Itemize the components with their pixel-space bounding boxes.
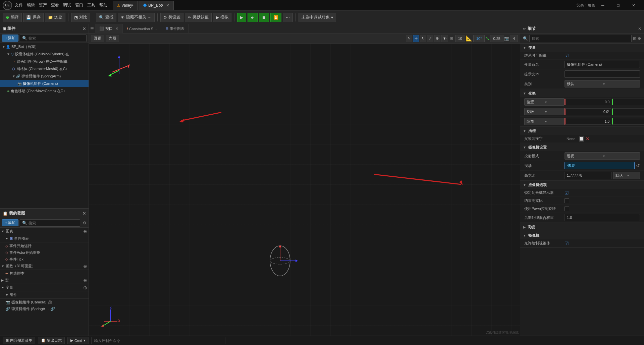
- menu-view[interactable]: 查看: [51, 2, 59, 8]
- transform-section-header[interactable]: ▼ 变换: [520, 89, 644, 97]
- play-button[interactable]: ▶: [237, 13, 246, 22]
- find-button[interactable]: 🔍 查找: [96, 13, 116, 22]
- scale-x-input[interactable]: [565, 118, 611, 125]
- compile-button[interactable]: ⚙ 编译: [3, 13, 22, 22]
- angle-size[interactable]: 10°: [473, 35, 485, 42]
- add-section-icon[interactable]: ⊕: [83, 278, 87, 283]
- my-blueprint-close[interactable]: ✕: [83, 211, 86, 216]
- bp-item-tick[interactable]: ◇ 事件Tick: [0, 256, 89, 263]
- section-components-sub[interactable]: ▼ 组件: [0, 291, 89, 299]
- play-next-button[interactable]: ⏭: [248, 13, 258, 22]
- pos-y-input[interactable]: [612, 99, 644, 105]
- output-log-button[interactable]: 📋 输出日志: [38, 337, 65, 344]
- maximize-button[interactable]: □: [610, 0, 626, 11]
- section-functions[interactable]: ▼ 函数（31可覆盖） ⊕: [0, 263, 89, 270]
- variables-section-header[interactable]: ▼ 变量: [520, 44, 644, 52]
- rot-y-input[interactable]: [612, 108, 644, 115]
- tooltip-input[interactable]: [565, 70, 640, 78]
- menu-debug[interactable]: 调试: [63, 2, 71, 8]
- class-defaults-button[interactable]: ✏ 类默认值: [185, 13, 212, 22]
- tree-item-bp-bot[interactable]: ▼ 👤 BP_Bot（自我）: [0, 43, 89, 50]
- menu-window[interactable]: 窗口: [75, 2, 83, 8]
- menu-assets[interactable]: 资产: [39, 2, 47, 8]
- slot-pick-icon[interactable]: 🔲: [579, 136, 584, 141]
- details-search-input[interactable]: [529, 35, 632, 42]
- tree-item-mesh[interactable]: ⬡ 网格体 (CharacterMesh0) 在C+: [0, 65, 89, 72]
- section-diagrams[interactable]: ▼ 图表 ⊕: [0, 228, 89, 235]
- add-component-button[interactable]: + 添加: [2, 35, 18, 42]
- settings-icon[interactable]: ⚙: [83, 221, 87, 225]
- move-tool[interactable]: ✛: [413, 35, 419, 42]
- rotation-dropdown[interactable]: 旋转 ▾: [524, 108, 565, 115]
- slot-clear-icon[interactable]: ✕: [586, 136, 590, 141]
- aspect-ratio-input[interactable]: [565, 172, 612, 179]
- add-section-icon[interactable]: ⊕: [83, 264, 87, 269]
- tab-event-graph[interactable]: ⊞ 事件图表: [161, 24, 189, 34]
- simulate-button[interactable]: ▶ 模拟: [213, 13, 231, 22]
- tab-bp-bot[interactable]: 🔷 BP_Bot• ✕: [139, 1, 174, 10]
- add-section-icon[interactable]: ⊕: [83, 229, 87, 234]
- stop-button[interactable]: ⏹: [259, 13, 269, 22]
- bp-item-camera-var[interactable]: 📷 摄像机组件 (Camera) 🎥: [0, 299, 89, 305]
- tab-valley[interactable]: ⚠ Valley•: [113, 1, 138, 10]
- diff-button[interactable]: ⬔ 对比: [71, 13, 90, 22]
- tree-item-capsule[interactable]: ▼ ⬡ 胶囊体组件 (CollisionCylinder) 在: [0, 50, 89, 58]
- pp-weight-input[interactable]: [565, 214, 640, 221]
- section-variables[interactable]: ▼ 变量 ⊕: [0, 284, 89, 291]
- section-event-graph[interactable]: ▼ ⊞ 事件图表: [0, 235, 89, 242]
- camera-section-header[interactable]: ▼ 摄像机: [520, 231, 644, 239]
- lit-button[interactable]: 光照: [106, 35, 119, 42]
- bp-item-begin-play[interactable]: ◇ 事件开始运行: [0, 242, 89, 249]
- debug-selector-button[interactable]: 未选中调试对象 ▾: [299, 13, 336, 22]
- component-search-input[interactable]: [29, 36, 84, 40]
- tab-viewport-close[interactable]: ✕: [115, 26, 118, 31]
- sockets-section-header[interactable]: ▼ 插槽: [520, 127, 644, 135]
- component-search-box[interactable]: 🔍: [20, 35, 87, 42]
- varname-input[interactable]: [565, 61, 640, 68]
- scale-y-input[interactable]: [612, 118, 644, 125]
- cam-size[interactable]: 4: [510, 35, 518, 42]
- content-browser-button[interactable]: ⊞ 内容侧滑菜单: [3, 337, 35, 344]
- multi-tool[interactable]: ⊕: [434, 35, 440, 42]
- tab-construction[interactable]: f Construction S…: [123, 24, 161, 34]
- tree-item-camera[interactable]: 📷 摄像机组件 (Camera): [0, 80, 89, 87]
- bp-item-begin-overlap[interactable]: ◇ 事件Actor开始重叠: [0, 249, 89, 256]
- viewport-area[interactable]: Z X -X ⊕: [89, 44, 520, 336]
- menu-file[interactable]: 文件: [15, 2, 23, 8]
- aspect-mode-dropdown[interactable]: 默认 ▾: [613, 172, 640, 179]
- scale-dropdown[interactable]: 缩放 ▾: [524, 118, 565, 125]
- position-dropdown[interactable]: 位置 ▾: [524, 98, 565, 106]
- settings-icon[interactable]: ⚙: [638, 36, 641, 41]
- camera-speed[interactable]: 👁: [441, 35, 448, 42]
- scale-tool[interactable]: ⤢: [427, 35, 433, 42]
- checkbox-checked-icon[interactable]: ☑: [565, 53, 569, 58]
- tab-viewport[interactable]: ⬛ 视口 ✕: [95, 24, 123, 34]
- details-close-icon[interactable]: ✕: [638, 26, 641, 31]
- add-section-icon[interactable]: ⊕: [83, 285, 87, 290]
- add-blueprint-button[interactable]: + 添加: [2, 219, 18, 226]
- section-macros[interactable]: ▶ 宏 ⊕: [0, 277, 89, 284]
- tree-item-arrow[interactable]: → 箭头组件 (Arrow) 在C++中编辑: [0, 58, 89, 65]
- console-input[interactable]: [91, 337, 225, 344]
- grid-view-icon[interactable]: ⊞: [633, 36, 636, 41]
- cmd-dropdown-button[interactable]: ▶ Cmd ▾: [67, 337, 89, 344]
- browse-button[interactable]: 📁 浏览: [45, 13, 65, 22]
- rot-x-input[interactable]: [565, 108, 611, 115]
- hide-unrelated-button[interactable]: 👁 隐藏不相关 ⋯: [118, 13, 155, 22]
- menu-edit[interactable]: 编辑: [27, 2, 35, 8]
- checkbox-lock-hmd[interactable]: ☑: [565, 190, 569, 195]
- scale-size[interactable]: 0.25: [490, 35, 503, 42]
- tab-close-icon[interactable]: ✕: [166, 3, 169, 8]
- camera-settings-section-header[interactable]: ▼ 摄像机设置: [520, 143, 644, 151]
- blueprint-search-box[interactable]: 🔍: [20, 219, 80, 227]
- tree-item-charmovement[interactable]: ⇒ 角色移动 (CharMoveComp) 在C+: [0, 87, 89, 95]
- tree-item-springarm[interactable]: ▼ 🔗 弹簧臂组件 (SpringArm): [0, 72, 89, 80]
- advanced-section-header[interactable]: ▶ 高级: [520, 223, 644, 231]
- grid-size[interactable]: 10: [455, 35, 465, 42]
- checkbox-draw-frustum[interactable]: ☑: [565, 241, 569, 246]
- close-button[interactable]: ✕: [626, 0, 641, 11]
- menu-help[interactable]: 帮助: [99, 2, 107, 8]
- minimize-button[interactable]: ─: [595, 0, 610, 11]
- pos-x-input[interactable]: [565, 99, 611, 105]
- fov-input[interactable]: [565, 162, 635, 169]
